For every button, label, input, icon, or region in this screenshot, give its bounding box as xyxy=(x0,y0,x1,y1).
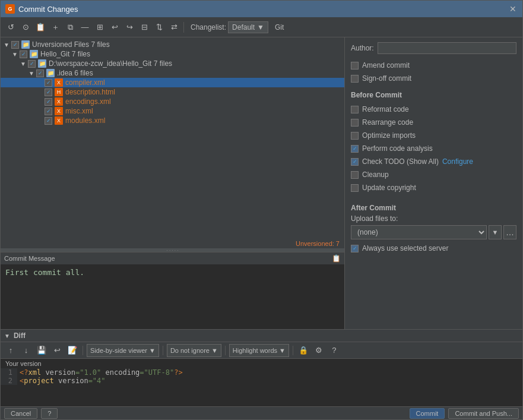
diff-separator-3 xyxy=(225,346,226,355)
commit-message-section: Commit Message 📋 First commit all. xyxy=(1,252,344,329)
rearrange-code-row[interactable]: Rearrange code xyxy=(351,117,516,128)
tree-check-misc-xml[interactable] xyxy=(45,108,52,115)
toolbar-diff-btn[interactable]: 📋 xyxy=(34,21,47,34)
diff-collapse-icon[interactable]: ▼ xyxy=(4,333,10,339)
toolbar-settings-btn[interactable]: ⊞ xyxy=(93,21,106,34)
after-commit-section: After Commit Upload files to: (none) ▼ …… xyxy=(351,199,516,254)
commit-message-input[interactable]: First commit all. xyxy=(1,264,344,329)
diff-lock-btn[interactable]: 🔒 xyxy=(297,345,310,356)
tree-label-compiler-xml: compiler.xml xyxy=(65,78,105,87)
tree-check-modules-xml[interactable] xyxy=(45,117,52,125)
toolbar-history-btn[interactable]: ⊙ xyxy=(19,21,32,34)
ignore-arrow-icon: ▼ xyxy=(211,347,218,354)
reformat-code-checkbox[interactable] xyxy=(351,106,359,113)
tree-item-modules-xml[interactable]: ▶ X modules.xml xyxy=(1,116,344,125)
toolbar-refresh-btn[interactable]: ↺ xyxy=(4,21,17,34)
tree-check-compiler-xml[interactable] xyxy=(45,79,52,87)
always-use-server-checkbox[interactable] xyxy=(351,245,359,252)
toolbar-view-btn[interactable]: ⊟ xyxy=(138,21,151,34)
tree-item-hello-git[interactable]: ▼ 📁 Hello_Git 7 files xyxy=(1,49,344,59)
diff-settings-btn[interactable]: ⚙ xyxy=(312,345,325,356)
tree-item-unversioned[interactable]: ▼ 📁 Unversioned Files 7 files xyxy=(1,40,344,49)
check-todo-checkbox[interactable] xyxy=(351,158,359,166)
commit-and-push-button[interactable]: Commit and Push... xyxy=(448,408,519,419)
toolbar-add-btn[interactable]: ＋ xyxy=(49,21,62,34)
xml-eq-2: = xyxy=(140,368,144,377)
diff-separator-2 xyxy=(163,346,163,355)
diff-up-btn[interactable]: ↑ xyxy=(4,345,17,356)
tree-check-hello-git[interactable] xyxy=(20,50,27,58)
tree-item-workspace[interactable]: ▼ 📁 D:\worspace-zcw_idea\Hello_Git 7 fil… xyxy=(1,59,344,68)
upload-dropdown[interactable]: (none) xyxy=(351,225,487,239)
author-input[interactable] xyxy=(378,42,516,54)
cancel-button[interactable]: Cancel xyxy=(4,408,37,419)
cleanup-row[interactable]: Cleanup xyxy=(351,169,516,180)
diff-down-btn[interactable]: ↓ xyxy=(20,345,33,356)
sign-off-row[interactable]: Sign-off commit xyxy=(351,73,516,84)
toolbar-move-btn[interactable]: ⧉ xyxy=(64,21,77,34)
tree-check-workspace[interactable] xyxy=(28,60,36,68)
tree-item-misc-xml[interactable]: ▶ X misc.xml xyxy=(1,106,344,116)
amend-commit-row[interactable]: Amend commit xyxy=(351,60,516,71)
commit-button[interactable]: Commit xyxy=(410,408,445,419)
tree-label-modules-xml: modules.xml xyxy=(65,116,105,125)
right-panel: Author: Amend commit Sign-off commit Bef… xyxy=(345,37,522,329)
update-copyright-checkbox[interactable] xyxy=(351,184,359,192)
tree-check-idea[interactable] xyxy=(36,70,44,77)
toolbar-sort-btn[interactable]: ⇅ xyxy=(153,21,166,34)
tree-arrow-spacer: ▶ xyxy=(36,118,43,124)
tree-check-encodings-xml[interactable] xyxy=(45,98,52,106)
always-use-server-row[interactable]: Always use selected server xyxy=(351,243,516,254)
sign-off-checkbox[interactable] xyxy=(351,75,359,83)
tree-item-idea[interactable]: ▼ 📁 .idea 6 files xyxy=(1,68,344,78)
ignore-label: Do not ignore xyxy=(170,347,210,354)
toolbar-undo-btn[interactable]: ↩ xyxy=(108,21,121,34)
diff-save-btn[interactable]: 💾 xyxy=(35,345,48,356)
rearrange-code-checkbox[interactable] xyxy=(351,119,359,127)
optimize-imports-label: Optimize imports xyxy=(362,131,416,140)
ignore-dropdown[interactable]: Do not ignore ▼ xyxy=(167,344,221,357)
tree-label-unversioned: Unversioned Files 7 files xyxy=(32,40,110,49)
upload-arrow-button[interactable]: ▼ xyxy=(489,225,502,239)
toolbar-remove-btn[interactable]: — xyxy=(78,21,91,34)
tree-check-description-html[interactable] xyxy=(45,89,52,96)
reformat-code-row[interactable]: Reformat code xyxy=(351,104,516,115)
tree-label-idea: .idea 6 files xyxy=(57,69,93,77)
tree-label-misc-xml: misc.xml xyxy=(65,107,93,115)
cleanup-checkbox[interactable] xyxy=(351,171,359,179)
check-todo-row[interactable]: Check TODO (Show All) Configure xyxy=(351,156,516,167)
update-copyright-row[interactable]: Update copyright xyxy=(351,182,516,193)
toolbar-redo-btn[interactable]: ↪ xyxy=(123,21,136,34)
optimize-imports-checkbox[interactable] xyxy=(351,132,359,140)
help-button[interactable]: ? xyxy=(41,408,58,419)
close-button[interactable]: ✕ xyxy=(508,4,518,14)
optimize-imports-row[interactable]: Optimize imports xyxy=(351,130,516,141)
tree-item-encodings-xml[interactable]: ▶ X encodings.xml xyxy=(1,97,344,106)
amend-commit-checkbox[interactable] xyxy=(351,62,359,70)
xml-tag-project: project xyxy=(24,377,54,385)
highlight-label: Highlight words xyxy=(233,347,277,354)
diff-help-btn[interactable]: ? xyxy=(328,345,341,356)
tree-item-description-html[interactable]: ▶ H description.html xyxy=(1,87,344,97)
configure-link[interactable]: Configure xyxy=(442,157,473,166)
commit-msg-icon[interactable]: 📋 xyxy=(332,254,341,263)
tree-item-compiler-xml[interactable]: ▶ X compiler.xml xyxy=(1,78,344,87)
commit-msg-header: Commit Message 📋 xyxy=(1,252,344,264)
line-content-1: <?xml version="1.0" encoding="UTF-8"?> xyxy=(17,368,183,377)
tree-label-hello-git: Hello_Git 7 files xyxy=(40,50,90,58)
highlight-dropdown[interactable]: Highlight words ▼ xyxy=(229,344,289,357)
changelist-dropdown[interactable]: Default ▼ xyxy=(228,21,268,33)
upload-row: (none) ▼ … xyxy=(351,225,516,239)
xml-val-version: "1.0" xyxy=(80,368,101,377)
upload-dots-button[interactable]: … xyxy=(503,225,516,239)
file-tree[interactable]: ▼ 📁 Unversioned Files 7 files ▼ 📁 Hello_… xyxy=(1,37,344,239)
perform-analysis-checkbox[interactable] xyxy=(351,145,359,153)
tree-check-unversioned[interactable] xyxy=(11,41,19,49)
perform-analysis-row[interactable]: Perform code analysis xyxy=(351,143,516,154)
toolbar-align-btn[interactable]: ⇄ xyxy=(167,21,180,34)
diff-edit-btn[interactable]: 📝 xyxy=(66,345,79,356)
diff-revert-btn[interactable]: ↩ xyxy=(50,345,64,356)
left-panel: ▼ 📁 Unversioned Files 7 files ▼ 📁 Hello_… xyxy=(1,37,345,329)
after-commit-header: After Commit xyxy=(351,204,516,212)
viewer-dropdown[interactable]: Side-by-side viewer ▼ xyxy=(87,344,159,357)
